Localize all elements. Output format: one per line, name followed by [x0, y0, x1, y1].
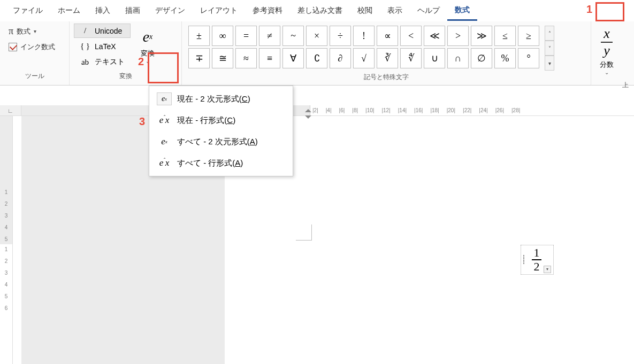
symbol-button[interactable]: ∪	[424, 48, 445, 68]
fraction-denominator[interactable]: 2	[534, 260, 540, 273]
convert-dropdown-item[interactable]: exすべて - 2 次元形式(A)	[149, 131, 293, 152]
symbol-button[interactable]: ÷	[330, 26, 351, 46]
symbol-button[interactable]: ∂	[330, 48, 351, 68]
ribbon: π 数式 ▾ インク数式 ツール / Unicode { }	[0, 21, 634, 86]
symbol-button[interactable]: ∝	[377, 26, 398, 46]
ruler-tick: 2	[5, 258, 8, 264]
pi-icon: π	[9, 26, 13, 37]
tab-home[interactable]: ホーム	[50, 2, 88, 20]
ink-icon	[9, 43, 17, 51]
symbol-button[interactable]: °	[518, 48, 539, 68]
symbol-button[interactable]: =	[235, 26, 257, 46]
ruler-tick: |6|	[339, 107, 345, 113]
ruler-tick: 6	[5, 305, 8, 311]
symbol-scroll-up[interactable]: ˄	[545, 26, 554, 41]
ruler-tick: |18|	[430, 107, 439, 113]
ruler-tick: |10|	[365, 107, 374, 113]
ruler-tick: |4|	[326, 107, 332, 113]
ab-icon: ab	[80, 58, 90, 67]
equation-handle[interactable]	[523, 255, 529, 264]
group-convert-label: 変換	[74, 69, 177, 83]
symbol-button[interactable]: ∩	[447, 48, 469, 68]
group-tools-label: ツール	[4, 69, 65, 83]
symbol-button[interactable]: !	[353, 26, 375, 46]
equation-button[interactable]: π 数式 ▾	[4, 24, 59, 39]
unicode-button[interactable]: / Unicode	[74, 24, 131, 38]
symbol-button[interactable]: ∞	[212, 26, 233, 46]
callout-3: 3	[139, 115, 145, 128]
symbol-button[interactable]: ×	[306, 26, 327, 46]
ink-equation-label: インク数式	[20, 42, 55, 52]
tab-design[interactable]: デザイン	[148, 2, 193, 20]
symbol-button[interactable]: ±	[188, 26, 210, 46]
symbol-button[interactable]: ≤	[494, 26, 516, 46]
symbol-button[interactable]: ∛	[377, 48, 398, 68]
fraction-numerator[interactable]: 1	[534, 246, 540, 259]
symbol-button[interactable]: ∓	[188, 48, 210, 68]
equation-button-label: 数式	[17, 27, 30, 36]
equation-object[interactable]: 1 2 ▾	[521, 245, 554, 275]
tab-layout[interactable]: レイアウト	[193, 2, 245, 20]
cursor-indent-marker[interactable]	[305, 112, 314, 119]
symbol-button[interactable]: ∜	[400, 48, 422, 68]
latex-label: LaTeX	[95, 42, 116, 51]
symbol-button[interactable]: ~	[282, 26, 304, 46]
convert-dropdown: ex現在 - 2 次元形式(C)eˆx現在 - 行形式(C)exすべて - 2 …	[149, 86, 293, 176]
convert-dropdown-item[interactable]: eˆx現在 - 行形式(C)	[149, 110, 293, 131]
ruler-tick: |14|	[398, 107, 407, 113]
ruler-tick: |24|	[479, 107, 487, 113]
ruler-tick: 3	[5, 213, 8, 219]
symbol-button[interactable]: ≫	[471, 26, 492, 46]
symbol-button[interactable]: ≥	[518, 26, 539, 46]
latex-button[interactable]: { } LaTeX	[74, 39, 131, 53]
tab-equation[interactable]: 数式	[447, 1, 477, 21]
tab-draw[interactable]: 描画	[118, 2, 148, 20]
symbol-button[interactable]: ≈	[235, 48, 257, 68]
ruler-tick: 4	[5, 282, 8, 288]
symbol-button[interactable]: >	[447, 26, 469, 46]
symbol-button[interactable]: ≪	[424, 26, 445, 46]
group-convert: / Unicode { } LaTeX ab テキスト ex 変換 ⌄ 変換	[70, 21, 182, 85]
vertical-ruler[interactable]: 54321 123456	[0, 116, 21, 364]
tab-help[interactable]: ヘルプ	[410, 2, 447, 20]
tab-mailings[interactable]: 差し込み文書	[290, 2, 350, 20]
tab-view[interactable]: 表示	[380, 2, 410, 20]
symbol-button[interactable]: %	[494, 48, 516, 68]
equation-options-dropdown[interactable]: ▾	[544, 266, 551, 273]
convert-dropdown-item[interactable]: eˆxすべて - 行形式(A)	[149, 152, 293, 174]
text-label: テキスト	[95, 57, 125, 67]
slash-icon: /	[80, 26, 90, 35]
ruler-tick: |26|	[495, 107, 504, 113]
text-button[interactable]: ab テキスト	[74, 55, 131, 69]
symbol-button[interactable]: ≅	[212, 48, 233, 68]
ruler-tick: 1	[5, 189, 8, 195]
ruler-tick: |16|	[414, 107, 423, 113]
group-tools: π 数式 ▾ インク数式 ツール	[0, 21, 70, 85]
tab-references[interactable]: 参考資料	[245, 2, 290, 20]
symbol-button[interactable]: ≡	[259, 48, 280, 68]
ex-icon: ex	[157, 135, 172, 148]
ink-equation-button[interactable]: インク数式	[4, 40, 59, 54]
ruler-tick: |8|	[352, 107, 358, 113]
tab-insert[interactable]: 挿入	[88, 2, 118, 20]
symbol-scroll-down[interactable]: ˅	[545, 41, 554, 56]
horizontal-ruler[interactable]: |2||4||6||8||10||12||14||16||18||20||22|…	[21, 105, 634, 116]
symbol-button[interactable]: ≠	[259, 26, 280, 46]
ex-icon: eˆx	[157, 114, 172, 127]
symbol-button[interactable]: ∀	[282, 48, 304, 68]
tab-file[interactable]: ファイル	[5, 2, 50, 20]
fraction-button[interactable]: xy 分数 ⌄	[595, 24, 618, 79]
equation-fraction[interactable]: 1 2	[532, 246, 541, 273]
convert-dropdown-item[interactable]: ex現在 - 2 次元形式(C)	[149, 88, 293, 110]
symbol-button[interactable]: ∅	[471, 48, 492, 68]
symbol-scroll-more[interactable]: ▾	[545, 56, 554, 71]
dropdown-item-label: すべて - 2 次元形式(A)	[177, 137, 258, 147]
dropdown-item-label: 現在 - 行形式(C)	[177, 115, 235, 126]
symbol-button[interactable]: √	[353, 48, 375, 68]
document-area[interactable]	[21, 116, 634, 364]
symbol-button[interactable]: <	[400, 26, 422, 46]
chevron-down-icon: ⌄	[605, 69, 609, 75]
tab-review[interactable]: 校閲	[350, 2, 380, 20]
convert-split-button[interactable]: ex 変換 ⌄	[133, 24, 163, 66]
symbol-button[interactable]: ∁	[306, 48, 327, 68]
